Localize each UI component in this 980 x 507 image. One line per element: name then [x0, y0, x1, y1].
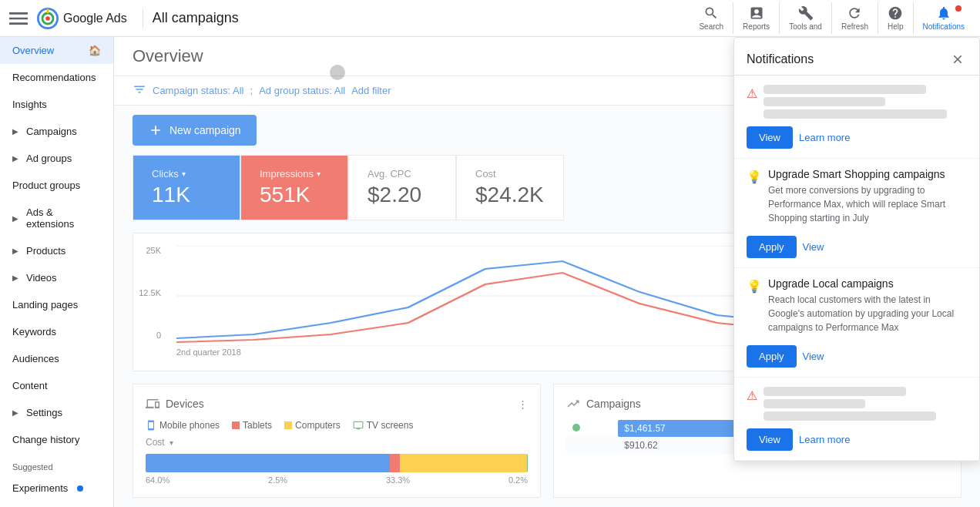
skeleton-line: [764, 85, 926, 94]
sidebar: Overview 🏠 Recommendations Insights ▶ Ca…: [0, 37, 114, 507]
sidebar-item-drafts[interactable]: Drafts: [0, 502, 113, 507]
nav-divider: [143, 9, 143, 28]
sidebar-item-label: Products: [26, 245, 65, 257]
notification-badge: [955, 5, 962, 12]
sidebar-item-keywords[interactable]: Keywords: [0, 318, 113, 345]
tools-nav-button[interactable]: Tools and: [780, 2, 832, 34]
sidebar-item-label: Landing pages: [12, 299, 78, 311]
notif-actions: Apply View: [747, 345, 967, 368]
notif-item-header: ⚠: [747, 85, 967, 122]
sidebar-item-products[interactable]: ▶ Products: [0, 237, 113, 264]
notif-actions: View Learn more: [747, 126, 967, 149]
sidebar-item-label: Campaigns: [26, 126, 77, 137]
tools-label: Tools and: [789, 22, 822, 31]
skeleton-content: [764, 85, 967, 122]
notif-desc: Get more conversions by upgrading to Per…: [768, 183, 967, 225]
sidebar-item-landing-pages[interactable]: Landing pages: [0, 291, 113, 318]
notif-content: Upgrade Smart Shopping campaigns Get mor…: [768, 168, 967, 231]
lightbulb-icon: 💡: [747, 170, 762, 184]
skeleton-content: [764, 387, 967, 424]
sidebar-item-campaigns[interactable]: ▶ Campaigns: [0, 118, 113, 145]
learn-more-button[interactable]: Learn more: [799, 434, 850, 445]
refresh-label: Refresh: [841, 22, 868, 31]
sidebar-item-ads-extensions[interactable]: ▶ Ads & extensions: [0, 199, 113, 237]
menu-icon[interactable]: [6, 6, 31, 31]
sidebar-item-recommendations[interactable]: Recommendations: [0, 64, 113, 91]
sidebar-item-overview[interactable]: Overview 🏠: [0, 37, 113, 64]
apply-button[interactable]: Apply: [747, 236, 797, 258]
top-navigation: Google Ads All campaigns Search Reports …: [0, 0, 980, 37]
sidebar-item-label: Product groups: [12, 180, 80, 191]
notif-item-header: 💡 Upgrade Local campaigns Reach local cu…: [747, 277, 967, 341]
main-content: Overview June 12 - 18, 2022 ▾ ❮ ❯ Campai…: [114, 37, 980, 507]
sidebar-item-label: Audiences: [12, 353, 59, 364]
apply-button[interactable]: Apply: [747, 345, 797, 368]
chevron-icon: ▶: [12, 247, 18, 255]
search-label: Search: [699, 22, 723, 31]
sidebar-section-suggested: Suggested: [0, 453, 113, 475]
sidebar-item-label: Overview: [12, 45, 54, 56]
view-button[interactable]: View: [747, 126, 793, 149]
notif-desc: Reach local customers with the latest in…: [768, 293, 967, 334]
sidebar-item-label: Content: [12, 380, 48, 391]
notifications-nav-button[interactable]: Notifications: [914, 2, 974, 34]
sidebar-item-insights[interactable]: Insights: [0, 91, 113, 118]
notification-item-4: ⚠ View Learn more: [734, 378, 979, 461]
sidebar-item-product-groups[interactable]: Product groups: [0, 172, 113, 199]
notifications-label: Notifications: [923, 22, 965, 31]
notifications-panel: Notifications ⚠ View Learn more: [733, 37, 980, 462]
sidebar-item-label: Videos: [26, 272, 57, 284]
chevron-icon: ▶: [12, 274, 18, 282]
sidebar-item-label: Recommendations: [12, 72, 96, 83]
sidebar-item-label: Insights: [12, 99, 47, 110]
sidebar-item-label: Change history: [12, 434, 79, 445]
skeleton-line: [764, 109, 947, 119]
chevron-icon: ▶: [12, 214, 18, 223]
search-nav-button[interactable]: Search: [690, 2, 733, 34]
reports-nav-button[interactable]: Reports: [733, 2, 780, 34]
notif-title-text: Upgrade Smart Shopping campaigns: [768, 168, 967, 180]
nav-actions: Search Reports Tools and Refresh Help No…: [690, 2, 974, 34]
notifications-close-button[interactable]: [948, 50, 967, 69]
skeleton-line: [764, 399, 865, 408]
refresh-nav-button[interactable]: Refresh: [832, 2, 878, 34]
sidebar-item-change-history[interactable]: Change history: [0, 426, 113, 453]
sidebar-item-videos[interactable]: ▶ Videos: [0, 264, 113, 291]
close-icon: [951, 52, 965, 66]
learn-more-button[interactable]: Learn more: [799, 132, 850, 143]
sidebar-item-experiments[interactable]: Experiments: [0, 475, 113, 502]
help-label: Help: [888, 22, 904, 31]
logo: Google Ads: [37, 8, 127, 29]
sidebar-item-label: Ads & extensions: [26, 206, 101, 230]
notif-item-header: ⚠: [747, 387, 967, 424]
sidebar-item-label: Ad groups: [26, 153, 72, 164]
notif-item-header: 💡 Upgrade Smart Shopping campaigns Get m…: [747, 168, 967, 231]
lightbulb-icon: 💡: [747, 279, 762, 294]
notifications-title: Notifications: [747, 52, 814, 66]
sidebar-item-audiences[interactable]: Audiences: [0, 345, 113, 372]
skeleton-line: [764, 387, 906, 396]
reports-label: Reports: [743, 22, 770, 31]
view-button[interactable]: View: [803, 351, 824, 362]
sidebar-item-ad-groups[interactable]: ▶ Ad groups: [0, 145, 113, 172]
nav-section-title: All campaigns: [153, 10, 239, 26]
notification-item-2: 💡 Upgrade Smart Shopping campaigns Get m…: [734, 159, 979, 268]
home-icon: 🏠: [89, 45, 101, 56]
notif-actions: Apply View: [747, 236, 967, 258]
notif-content: Upgrade Local campaigns Reach local cust…: [768, 277, 967, 341]
notification-item-3: 💡 Upgrade Local campaigns Reach local cu…: [734, 268, 979, 378]
sidebar-item-content[interactable]: Content: [0, 372, 113, 399]
help-nav-button[interactable]: Help: [878, 2, 914, 34]
sidebar-item-label: Keywords: [12, 326, 56, 337]
view-button[interactable]: View: [747, 428, 793, 451]
main-layout: Overview 🏠 Recommendations Insights ▶ Ca…: [0, 37, 980, 507]
chevron-icon: ▶: [12, 154, 18, 163]
experiments-badge: [77, 485, 83, 492]
sidebar-item-settings[interactable]: ▶ Settings: [0, 399, 113, 426]
error-icon: ⚠: [747, 388, 757, 403]
svg-rect-3: [47, 8, 49, 13]
view-button[interactable]: View: [803, 241, 824, 253]
chevron-icon: ▶: [12, 408, 18, 417]
error-icon: ⚠: [747, 86, 757, 101]
chevron-icon: ▶: [12, 127, 18, 136]
